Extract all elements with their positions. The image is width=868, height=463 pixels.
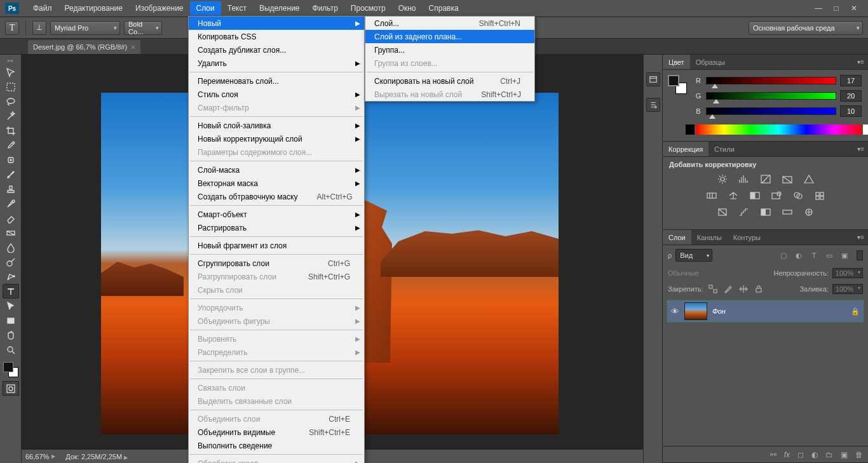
menu-item[interactable]: Сгруппировать слоиCtrl+G (189, 257, 364, 270)
brightness-icon[interactable] (716, 173, 729, 185)
menu-item[interactable]: Смарт-объект▶ (189, 208, 364, 221)
panel-menu-icon[interactable]: ▾≡ (853, 58, 868, 65)
crop-tool[interactable] (3, 123, 19, 138)
dodge-tool[interactable] (3, 255, 19, 269)
filter-type-icon[interactable]: T (808, 250, 820, 261)
tab-paths[interactable]: Контуры (728, 230, 766, 245)
gradient-tool[interactable] (3, 225, 19, 240)
menu-окно[interactable]: Окно (392, 1, 423, 15)
stamp-tool[interactable] (3, 182, 19, 196)
menu-item[interactable]: Группа... (365, 43, 534, 57)
levels-icon[interactable] (738, 173, 750, 185)
document-tab[interactable]: Desert.jpg @ 66,7% (RGB/8#) × (28, 40, 140, 54)
tab-swatches[interactable]: Образцы (690, 55, 731, 69)
menu-item[interactable]: Новый слой-заливка▶ (189, 119, 364, 132)
quick-mask-toggle[interactable] (3, 381, 19, 396)
font-style-dropdown[interactable]: Bold Co... (124, 21, 162, 35)
color-swatch[interactable] (668, 75, 687, 94)
history-panel-icon[interactable] (646, 72, 660, 86)
layer-filter-dropdown[interactable]: Вид (675, 249, 712, 262)
history-brush-tool[interactable] (3, 196, 19, 211)
path-select-tool[interactable] (3, 299, 19, 313)
lock-position-icon[interactable] (738, 283, 749, 295)
gradient-map-icon[interactable] (781, 206, 794, 218)
menu-item[interactable]: Слой...Shift+Ctrl+N (365, 17, 534, 30)
bw-icon[interactable] (749, 190, 761, 201)
selective-color-icon[interactable] (803, 206, 815, 218)
menu-item[interactable]: Векторная маска▶ (189, 177, 364, 190)
menu-редактирование[interactable]: Редактирование (58, 1, 129, 15)
lock-pixels-icon[interactable] (722, 283, 734, 295)
menu-item[interactable]: Объединить видимыеShift+Ctrl+E (189, 426, 364, 439)
eraser-tool[interactable] (3, 211, 19, 225)
color-balance-icon[interactable] (727, 190, 740, 201)
filter-smart-icon[interactable]: ▣ (839, 250, 850, 261)
menu-текст[interactable]: Текст (221, 1, 253, 15)
tab-color[interactable]: Цвет (663, 55, 690, 69)
orientation-icon[interactable]: ⊥ (32, 21, 46, 35)
lasso-tool[interactable] (3, 94, 19, 109)
menu-item[interactable]: Слой из заднего плана... (365, 30, 534, 43)
blend-mode-dropdown[interactable]: Обычные (668, 269, 766, 277)
menu-item[interactable]: Новый корректирующий слой▶ (189, 132, 364, 145)
shape-tool[interactable] (3, 313, 19, 328)
opacity-value[interactable]: 100% (832, 268, 863, 278)
menu-файл[interactable]: Файл (27, 1, 58, 15)
posterize-icon[interactable] (738, 206, 750, 218)
menu-item[interactable]: Новый фрагмент из слоя (189, 239, 364, 252)
magic-wand-tool[interactable] (3, 109, 19, 123)
r-value[interactable]: 17 (840, 75, 862, 86)
add-mask-icon[interactable]: ◻ (797, 450, 804, 459)
filter-image-icon[interactable]: ▢ (778, 250, 789, 261)
menu-справка[interactable]: Справка (423, 1, 465, 15)
tab-channels[interactable]: Каналы (691, 230, 728, 245)
hue-icon[interactable] (705, 190, 718, 201)
panel-menu-icon[interactable]: ▾≡ (853, 145, 868, 152)
threshold-icon[interactable] (759, 206, 772, 218)
visibility-icon[interactable]: 👁 (671, 307, 679, 316)
menu-item[interactable]: Переименовать слой... (189, 74, 364, 88)
menu-item[interactable]: Стиль слоя▶ (189, 88, 364, 101)
curves-icon[interactable] (759, 173, 772, 185)
tab-adjustments[interactable]: Коррекция (663, 142, 709, 156)
exposure-icon[interactable] (781, 173, 794, 185)
invert-icon[interactable] (716, 206, 729, 218)
channel-mixer-icon[interactable] (792, 190, 804, 201)
pen-tool[interactable] (3, 269, 19, 284)
properties-panel-icon[interactable] (646, 98, 660, 112)
fill-value[interactable]: 100% (832, 284, 863, 294)
zoom-tool[interactable] (3, 342, 19, 357)
delete-layer-icon[interactable]: 🗑 (855, 450, 863, 459)
tools-collapse-icon[interactable]: ▸▸ (1, 57, 20, 64)
menu-item[interactable]: Удалить▶ (189, 57, 364, 70)
close-button[interactable]: ✕ (845, 2, 863, 15)
menu-item[interactable]: Скопировать на новый слойCtrl+J (365, 74, 534, 88)
maximize-button[interactable]: □ (827, 2, 845, 15)
healing-tool[interactable] (3, 152, 19, 167)
menu-выделение[interactable]: Выделение (253, 1, 306, 15)
status-menu-icon[interactable]: ▶ (124, 455, 128, 460)
move-tool[interactable] (3, 65, 19, 79)
menu-фильтр[interactable]: Фильтр (306, 1, 344, 15)
layer-item[interactable]: 👁 Фон 🔒 (667, 300, 864, 323)
menu-изображение[interactable]: Изображение (129, 1, 190, 15)
lock-transparent-icon[interactable] (707, 283, 719, 295)
font-family-dropdown[interactable]: Myriad Pro (50, 21, 120, 35)
brush-tool[interactable] (3, 167, 19, 182)
filter-adjust-icon[interactable]: ◐ (793, 250, 804, 261)
workspace-dropdown[interactable]: Основная рабочая среда (749, 21, 863, 35)
foreground-background-swatch[interactable] (2, 361, 20, 379)
b-value[interactable]: 10 (840, 105, 862, 117)
close-tab-icon[interactable]: × (131, 43, 135, 51)
g-slider[interactable] (706, 92, 836, 100)
new-layer-icon[interactable]: ▣ (841, 450, 848, 459)
r-slider[interactable] (706, 77, 836, 84)
tab-layers[interactable]: Слои (663, 230, 691, 245)
link-layers-icon[interactable]: ⚯ (770, 450, 776, 459)
minimize-button[interactable]: ― (810, 2, 827, 15)
menu-просмотр[interactable]: Просмотр (344, 1, 392, 15)
eyedropper-tool[interactable] (3, 138, 19, 152)
menu-слои[interactable]: Слои (190, 1, 221, 15)
b-slider[interactable] (706, 107, 836, 115)
type-tool[interactable] (3, 284, 19, 299)
